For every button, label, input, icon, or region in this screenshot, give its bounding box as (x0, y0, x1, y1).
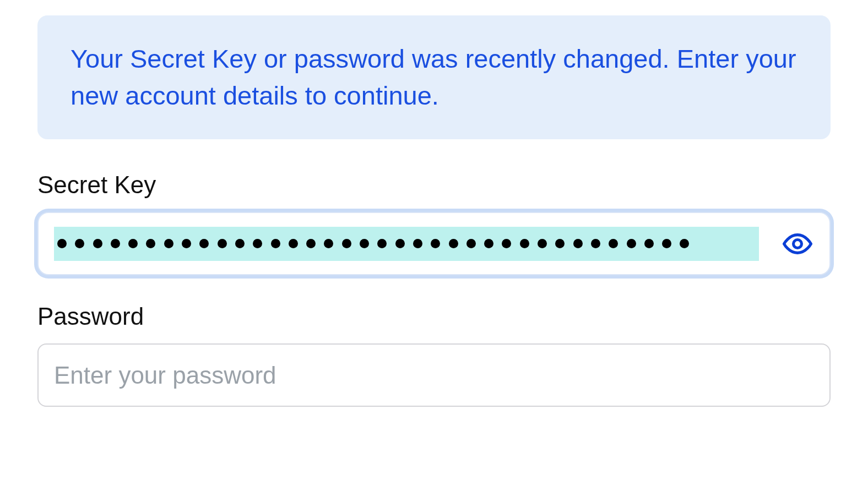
mask-dot (502, 239, 511, 248)
mask-dot (306, 239, 316, 248)
mask-dot (484, 239, 493, 248)
eye-icon (782, 228, 813, 259)
mask-dot (289, 239, 298, 248)
credentials-changed-notice: Your Secret Key or password was recently… (37, 15, 831, 139)
mask-dot (680, 239, 689, 248)
mask-dot (644, 239, 654, 248)
mask-dot (555, 239, 565, 248)
mask-dot (111, 239, 120, 248)
reveal-secret-key-button[interactable] (781, 227, 814, 260)
mask-dot (164, 239, 173, 248)
mask-dot (182, 239, 191, 248)
mask-dot (662, 239, 671, 248)
secret-key-input-row[interactable] (37, 212, 831, 275)
mask-dot (449, 239, 458, 248)
password-input[interactable] (54, 345, 814, 406)
mask-dot (128, 239, 138, 248)
secret-key-field: Secret Key (37, 171, 831, 275)
mask-dot (609, 239, 618, 248)
mask-dot (431, 239, 440, 248)
mask-dot (360, 239, 369, 248)
mask-dot (271, 239, 280, 248)
mask-dot (218, 239, 227, 248)
mask-dot (342, 239, 351, 248)
mask-dot (146, 239, 155, 248)
mask-dot (253, 239, 262, 248)
mask-dot (395, 239, 405, 248)
svg-point-0 (794, 240, 802, 248)
mask-dot (520, 239, 529, 248)
secret-key-input[interactable] (54, 227, 759, 261)
password-label: Password (37, 303, 831, 330)
mask-dot (538, 239, 547, 248)
mask-dot (413, 239, 422, 248)
secret-key-label: Secret Key (37, 171, 831, 199)
mask-dot (199, 239, 209, 248)
mask-dot (93, 239, 102, 248)
mask-dot (377, 239, 387, 248)
mask-dot (573, 239, 583, 248)
mask-dot (235, 239, 245, 248)
mask-dot (466, 239, 476, 248)
password-field: Password (37, 303, 831, 407)
mask-dot (57, 239, 67, 248)
mask-dot (591, 239, 600, 248)
mask-dot (75, 239, 84, 248)
notice-text: Your Secret Key or password was recently… (70, 44, 796, 110)
mask-dot (324, 239, 333, 248)
mask-dot (627, 239, 636, 248)
password-input-row[interactable] (37, 343, 831, 407)
